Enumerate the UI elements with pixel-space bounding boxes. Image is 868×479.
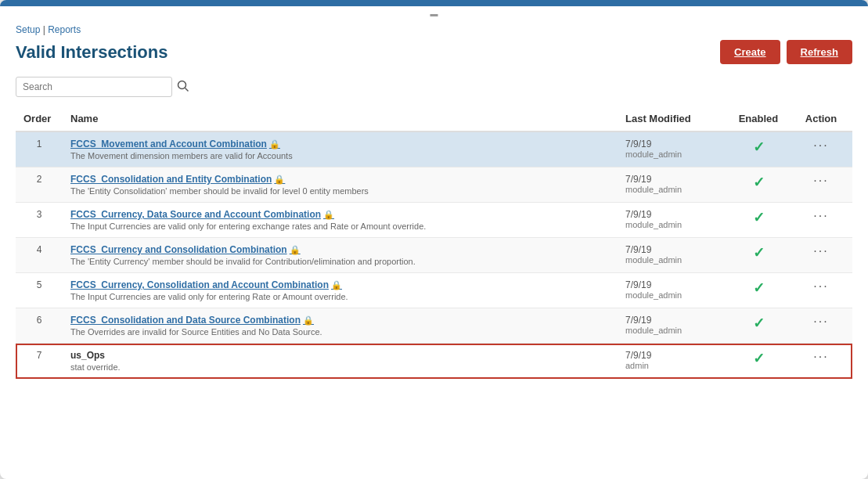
drag-handle: ▬ xyxy=(0,6,868,18)
search-area xyxy=(0,74,868,106)
svg-line-1 xyxy=(185,88,189,91)
modified-user: module_admin xyxy=(625,326,719,335)
cell-action: ··· xyxy=(790,308,852,344)
modified-user: module_admin xyxy=(625,255,719,265)
cell-order: 6 xyxy=(16,308,63,344)
cell-modified: 7/9/19module_admin xyxy=(618,238,727,273)
search-icon-button[interactable] xyxy=(177,80,189,95)
name-desc: The Overrides are invalid for Source Ent… xyxy=(70,327,610,337)
page-header: Valid Intersections Create Refresh xyxy=(0,37,868,74)
cell-name: FCCS_Consolidation and Data Source Combi… xyxy=(63,308,618,344)
cell-modified: 7/9/19module_admin xyxy=(618,131,727,167)
breadcrumb: Setup | Reports xyxy=(0,18,868,37)
cell-name: FCCS_Consolidation and Entity Combinatio… xyxy=(63,167,618,203)
check-icon: ✓ xyxy=(753,210,765,225)
cell-order: 3 xyxy=(16,203,63,238)
lock-icon: 🔒 xyxy=(303,315,314,325)
col-header-modified: Last Modified xyxy=(618,106,727,131)
modified-user: module_admin xyxy=(625,290,719,300)
modified-date: 7/9/19 xyxy=(625,350,719,361)
breadcrumb-pipe: | xyxy=(43,24,45,35)
action-menu-button[interactable]: ··· xyxy=(813,279,828,294)
action-menu-button[interactable]: ··· xyxy=(813,209,828,223)
action-menu-button[interactable]: ··· xyxy=(813,315,828,329)
create-button[interactable]: Create xyxy=(720,40,780,64)
search-icon xyxy=(177,80,189,92)
cell-enabled: ✓ xyxy=(727,344,790,379)
lock-icon: 🔒 xyxy=(269,139,280,149)
modified-date: 7/9/19 xyxy=(625,315,719,326)
cell-enabled: ✓ xyxy=(727,308,790,344)
breadcrumb-reports[interactable]: Reports xyxy=(48,24,81,35)
search-input[interactable] xyxy=(16,77,172,97)
cell-order: 2 xyxy=(16,167,63,203)
cell-modified: 7/9/19module_admin xyxy=(618,167,727,203)
col-header-name: Name xyxy=(63,106,618,131)
name-link[interactable]: FCCS_Consolidation and Data Source Combi… xyxy=(70,315,314,326)
cell-name: FCCS_Currency, Data Source and Account C… xyxy=(63,203,618,238)
refresh-button[interactable]: Refresh xyxy=(787,40,852,64)
cell-action: ··· xyxy=(790,273,852,308)
cell-action: ··· xyxy=(790,167,852,203)
name-desc: The 'Entity Currency' member should be i… xyxy=(70,257,610,266)
cell-order: 1 xyxy=(16,131,63,167)
svg-point-0 xyxy=(178,81,186,88)
name-text: us_Ops xyxy=(70,350,105,361)
name-desc: The 'Entity Consolidation' member should… xyxy=(70,186,610,196)
table-row[interactable]: 4FCCS_Currency and Consolidation Combina… xyxy=(16,238,852,273)
modified-date: 7/9/19 xyxy=(625,174,719,185)
cell-enabled: ✓ xyxy=(727,131,790,167)
header-buttons: Create Refresh xyxy=(720,40,852,64)
name-link[interactable]: FCCS_Currency, Data Source and Account C… xyxy=(70,209,334,220)
cell-enabled: ✓ xyxy=(727,203,790,238)
lock-icon: 🔒 xyxy=(290,245,301,254)
cell-modified: 7/9/19admin xyxy=(618,344,727,379)
check-icon: ✓ xyxy=(753,139,765,155)
check-icon: ✓ xyxy=(753,280,765,296)
col-header-enabled: Enabled xyxy=(727,106,790,131)
top-bar xyxy=(0,0,868,6)
table-container: Order Name Last Modified Enabled Action … xyxy=(0,106,868,479)
table-row[interactable]: 2FCCS_Consolidation and Entity Combinati… xyxy=(16,167,852,203)
col-header-action: Action xyxy=(790,106,852,131)
cell-name: FCCS_Currency and Consolidation Combinat… xyxy=(63,238,618,273)
name-desc: The Input Currencies are valid only for … xyxy=(70,292,610,301)
name-link[interactable]: FCCS_Currency, Consolidation and Account… xyxy=(70,279,342,290)
cell-action: ··· xyxy=(790,131,852,167)
cell-modified: 7/9/19module_admin xyxy=(618,273,727,308)
name-link[interactable]: FCCS_Currency and Consolidation Combinat… xyxy=(70,244,301,255)
table-row[interactable]: 3FCCS_Currency, Data Source and Account … xyxy=(16,203,852,238)
breadcrumb-setup[interactable]: Setup xyxy=(16,24,40,35)
modified-user: module_admin xyxy=(625,185,719,194)
table-row[interactable]: 6FCCS_Consolidation and Data Source Comb… xyxy=(16,308,852,344)
cell-action: ··· xyxy=(790,238,852,273)
name-desc: stat override. xyxy=(70,362,610,372)
cell-modified: 7/9/19module_admin xyxy=(618,203,727,238)
action-menu-button[interactable]: ··· xyxy=(813,174,828,188)
intersections-table: Order Name Last Modified Enabled Action … xyxy=(16,106,852,379)
cell-enabled: ✓ xyxy=(727,273,790,308)
modified-date: 7/9/19 xyxy=(625,139,719,149)
cell-enabled: ✓ xyxy=(727,238,790,273)
check-icon: ✓ xyxy=(753,245,765,261)
col-header-order: Order xyxy=(16,106,63,131)
cell-action: ··· xyxy=(790,203,852,238)
table-row[interactable]: 7us_Opsstat override.7/9/19admin✓··· xyxy=(16,344,852,379)
modified-date: 7/9/19 xyxy=(625,279,719,290)
main-window: ▬ Setup | Reports Valid Intersections Cr… xyxy=(0,0,868,479)
name-link[interactable]: FCCS_Consolidation and Entity Combinatio… xyxy=(70,174,285,185)
cell-name: FCCS_Currency, Consolidation and Account… xyxy=(63,273,618,308)
action-menu-button[interactable]: ··· xyxy=(813,139,828,153)
action-menu-button[interactable]: ··· xyxy=(813,244,828,258)
name-link[interactable]: FCCS_Movement and Account Combination🔒 xyxy=(70,139,280,149)
cell-name: FCCS_Movement and Account Combination🔒Th… xyxy=(63,131,618,167)
table-row[interactable]: 1FCCS_Movement and Account Combination🔒T… xyxy=(16,131,852,167)
cell-order: 5 xyxy=(16,273,63,308)
cell-modified: 7/9/19module_admin xyxy=(618,308,727,344)
check-icon: ✓ xyxy=(753,175,765,190)
table-row[interactable]: 5FCCS_Currency, Consolidation and Accoun… xyxy=(16,273,852,308)
page-title: Valid Intersections xyxy=(16,42,167,63)
cell-name: us_Opsstat override. xyxy=(63,344,618,379)
cell-enabled: ✓ xyxy=(727,167,790,203)
action-menu-button[interactable]: ··· xyxy=(813,350,828,364)
